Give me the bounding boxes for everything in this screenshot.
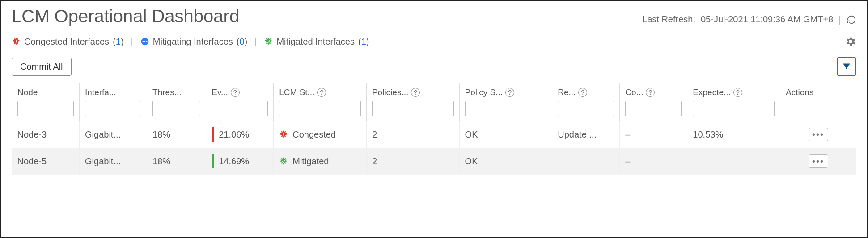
cell-threshold: 18% [147,121,206,148]
cell-lcm-status: Congested [274,121,367,148]
help-icon[interactable]: ? [317,88,326,97]
col-re[interactable]: Re...? [552,83,620,121]
burst-alert-icon [12,37,21,46]
cell-actions: ••• [780,148,856,175]
col-expected-label: Expecte... [693,88,731,97]
status-mitigated-label: Mitigated Interfaces [276,37,355,47]
table-row: Node-3Gigabit...18%21.06%Congested2OKUpd… [12,121,856,148]
filter-policies-input[interactable] [372,101,454,116]
filter-interface-input[interactable] [85,101,141,116]
status-mitigated-count: (1) [358,37,369,47]
filter-node-input[interactable] [17,101,74,116]
col-threshold[interactable]: Thres... [147,83,206,121]
pipe: | [254,37,257,47]
col-co[interactable]: Co...? [620,83,687,121]
svg-point-5 [144,41,145,42]
filter-ev-input[interactable] [212,101,268,116]
filter-expected-input[interactable] [693,101,775,116]
cell-expected: 10.53% [687,121,780,148]
refresh-time: 05-Jul-2021 11:09:36 AM GMT+8 [701,14,833,25]
cell-policies: 2 [366,121,459,148]
burst-check-icon [279,157,288,166]
help-icon[interactable]: ? [578,88,587,97]
cell-re [552,148,620,175]
svg-rect-2 [16,43,17,44]
ev-value: 14.69% [219,156,249,167]
filter-co-input[interactable] [625,101,682,116]
cell-actions: ••• [780,121,856,148]
ev-bar-icon [212,127,214,142]
cell-threshold: 18% [147,148,206,175]
svg-point-6 [146,41,148,42]
toolbar: Commit All [12,52,856,83]
refresh-icon[interactable] [847,15,856,25]
col-policies-label: Policies... [372,88,408,97]
ellipsis-circle-icon [140,37,149,46]
header: LCM Operational Dashboard Last Refresh: … [12,4,856,31]
svg-rect-9 [283,133,284,135]
cell-co: – [620,148,687,175]
help-icon[interactable]: ? [646,88,655,97]
commit-all-button[interactable]: Commit All [12,58,72,76]
help-icon[interactable]: ? [733,88,742,97]
filter-lcm-input[interactable] [279,101,361,116]
row-actions-button[interactable]: ••• [809,128,828,141]
burst-alert-icon [279,130,288,139]
status-items: Congested Interfaces (1) | Mitigating In… [12,37,369,47]
col-policys-label: Policy S... [465,88,503,97]
row-actions-button[interactable]: ••• [809,154,828,168]
col-interface[interactable]: Interfa... [80,83,147,121]
refresh-area: Last Refresh: 05-Jul-2021 11:09:36 AM GM… [642,14,856,25]
status-mitigating-label: Mitigating Interfaces [153,37,233,47]
col-policy-s[interactable]: Policy S...? [459,83,552,121]
svg-marker-11 [280,157,288,165]
cell-policy-s: OK [459,148,552,175]
refresh-label: Last Refresh: [642,14,695,25]
cell-policy-s: OK [459,121,552,148]
status-congested: Congested Interfaces (1) [12,37,124,47]
col-policies[interactable]: Policies...? [366,83,459,121]
cell-ev: 21.06% [206,121,274,148]
col-expected[interactable]: Expecte...? [687,83,780,121]
cell-interface: Gigabit... [80,121,147,148]
col-threshold-label: Thres... [152,88,181,97]
data-table: Node Interfa... Thres... Ev...? LCM St..… [12,83,856,175]
ev-bar-icon [212,154,214,168]
divider: | [838,14,841,25]
col-lcm-status[interactable]: LCM St...? [274,83,367,121]
status-congested-count: (1) [113,37,123,47]
cell-expected [687,148,780,175]
filter-re-input[interactable] [558,101,614,116]
col-interface-label: Interfa... [85,88,116,97]
help-icon[interactable]: ? [505,88,514,97]
status-row: Congested Interfaces (1) | Mitigating In… [12,31,856,52]
cell-interface: Gigabit... [80,148,147,175]
help-icon[interactable]: ? [231,88,240,97]
status-congested-label: Congested Interfaces [24,37,109,47]
dashboard-frame: LCM Operational Dashboard Last Refresh: … [0,0,868,238]
col-co-label: Co... [625,88,643,97]
status-mitigated: Mitigated Interfaces (1) [264,37,369,47]
filter-policys-input[interactable] [465,101,547,116]
burst-check-icon [264,37,273,46]
table-row: Node-5Gigabit...18%14.69%Mitigated2OK–••… [12,148,856,175]
cell-re: Update ... [552,121,620,148]
filter-button[interactable] [837,57,856,76]
filter-threshold-input[interactable] [152,101,200,116]
col-node[interactable]: Node [12,83,80,121]
gear-icon[interactable] [845,36,856,47]
cell-co: – [620,121,687,148]
col-actions: Actions [780,83,856,121]
col-node-label: Node [17,88,38,97]
col-ev[interactable]: Ev...? [206,83,274,121]
cell-node: Node-5 [12,148,80,175]
svg-point-4 [142,41,144,42]
col-re-label: Re... [558,88,576,97]
status-mitigating: Mitigating Interfaces (0) [140,37,247,47]
ev-value: 21.06% [219,129,249,140]
svg-marker-7 [265,38,272,46]
col-ev-label: Ev... [212,88,228,97]
help-icon[interactable]: ? [411,88,420,97]
cell-node: Node-3 [12,121,80,148]
col-actions-label: Actions [786,88,813,97]
